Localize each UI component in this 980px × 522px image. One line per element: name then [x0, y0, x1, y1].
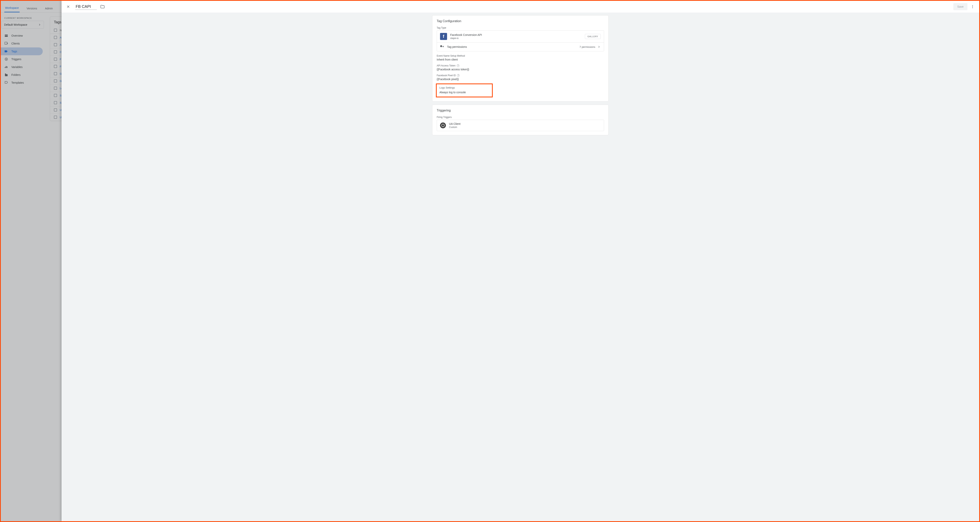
pixel-id-label: Facebook Pixel ID	[437, 74, 456, 77]
tag-configuration-card[interactable]: Tag Configuration Tag Type f Facebook Co…	[432, 15, 609, 102]
firing-triggers-label: Firing Triggers	[437, 116, 604, 119]
key-icon	[440, 45, 444, 49]
tag-config-title: Tag Configuration	[437, 19, 604, 23]
tag-editor-panel: Save Tag Configuration Tag Type f Facebo…	[62, 1, 979, 521]
folder-icon[interactable]	[100, 5, 105, 9]
trigger-type: Custom	[449, 126, 460, 129]
tag-permissions-row[interactable]: Tag permissions 7 permissions	[437, 43, 604, 51]
triggering-card[interactable]: Triggering Firing Triggers UA Client Cus…	[432, 105, 609, 135]
tag-type-label: Tag Type	[437, 27, 604, 29]
close-icon	[66, 5, 70, 9]
help-icon[interactable]: ?	[457, 74, 460, 77]
svg-point-2	[972, 5, 973, 6]
svg-point-3	[972, 6, 973, 7]
tag-type-row[interactable]: f Facebook Conversion API stape-io GALLE…	[437, 30, 604, 43]
facebook-logo-icon: f	[440, 33, 447, 40]
pixel-id-value: {{Facebook pixel}}	[437, 78, 604, 81]
trigger-row[interactable]: UA Client Custom	[437, 120, 604, 131]
api-token-value: {{Facebook access token}}	[437, 68, 604, 71]
more-menu-button[interactable]	[969, 3, 976, 10]
triggering-title: Triggering	[437, 109, 604, 112]
permissions-count: 7 permissions	[579, 45, 595, 48]
trigger-name: UA Client	[449, 122, 460, 126]
kebab-icon	[970, 5, 975, 9]
gallery-button[interactable]: GALLERY	[585, 34, 601, 39]
api-token-label: API Access Token	[437, 64, 455, 67]
chevron-right-icon	[597, 45, 601, 49]
event-method-value: Inherit from client	[437, 58, 604, 61]
tag-name-input[interactable]	[75, 3, 97, 10]
custom-trigger-icon	[440, 123, 446, 128]
tag-type-name: Facebook Conversion API	[450, 33, 482, 37]
logs-settings-highlight: Logs Settings Always log to console	[436, 83, 493, 97]
help-icon[interactable]: ?	[457, 64, 460, 67]
close-button[interactable]	[65, 3, 72, 10]
tag-type-vendor: stape-io	[450, 37, 482, 40]
save-button[interactable]: Save	[953, 3, 967, 10]
event-method-label: Event Name Setup Method	[437, 54, 604, 57]
permissions-label: Tag permissions	[447, 45, 467, 48]
logs-settings-label: Logs Settings	[439, 86, 489, 89]
logs-settings-value: Always log to console	[439, 91, 489, 94]
svg-point-4	[972, 8, 973, 8]
